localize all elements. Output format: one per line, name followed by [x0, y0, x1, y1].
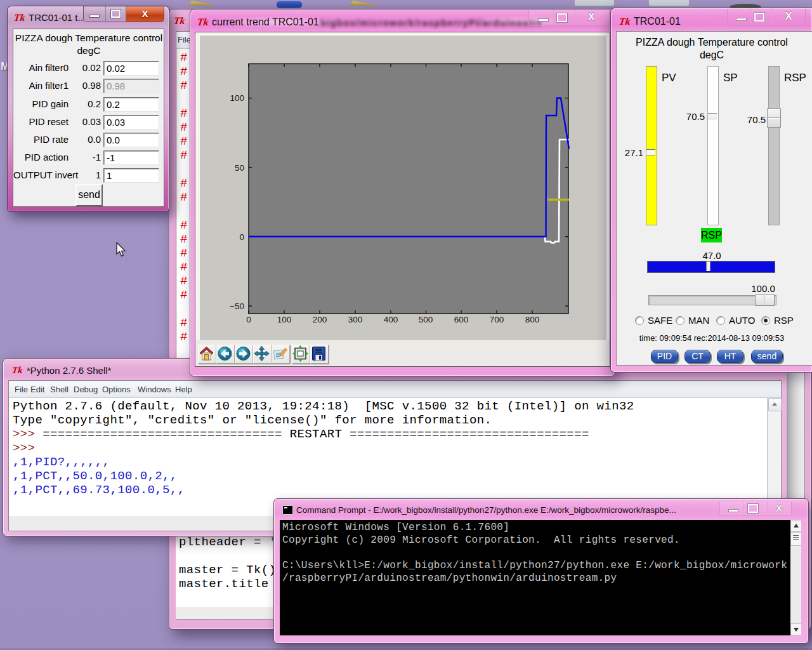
svg-text:100: 100: [277, 315, 292, 324]
svg-text:−50: −50: [230, 302, 244, 311]
svg-text:100: 100: [230, 93, 244, 103]
svg-text:700: 700: [490, 315, 504, 324]
svg-text:200: 200: [313, 315, 327, 324]
svg-text:500: 500: [419, 315, 433, 324]
svg-text:600: 600: [454, 315, 469, 324]
svg-text:0: 0: [246, 315, 251, 324]
svg-text:0: 0: [239, 232, 244, 242]
svg-text:800: 800: [525, 315, 540, 324]
svg-text:300: 300: [348, 315, 363, 324]
svg-text:50: 50: [235, 163, 244, 173]
svg-text:400: 400: [384, 315, 398, 324]
